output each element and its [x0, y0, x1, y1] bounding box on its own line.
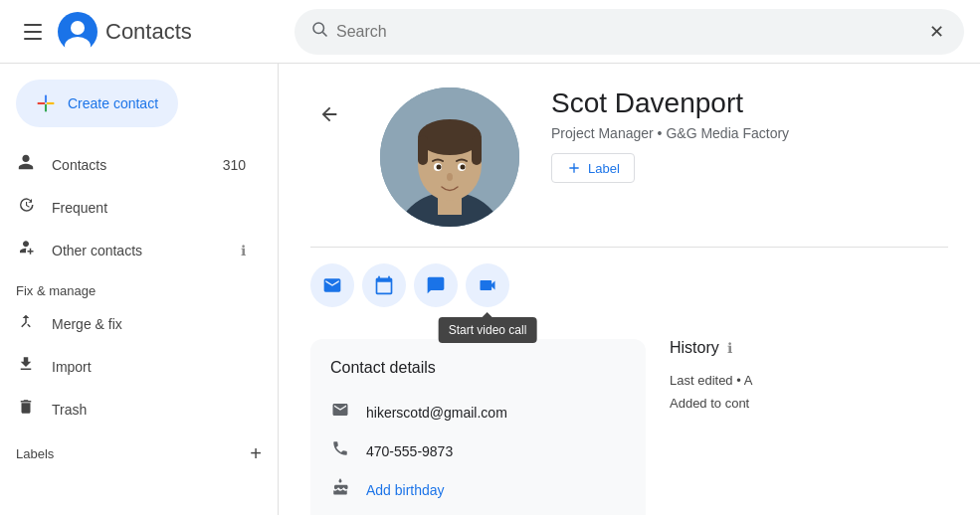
contact-detail-panel: Scot Davenport Project Manager • G&G Med…: [279, 64, 980, 515]
search-icon: [310, 20, 328, 43]
email-row: hikerscotd@gmail.com: [330, 393, 626, 431]
history-icon: [16, 196, 36, 219]
main-layout: Create contact Contacts 310 Frequent Oth…: [0, 64, 980, 515]
trash-icon: [16, 398, 36, 421]
added-label: Added to cont: [670, 396, 749, 411]
fix-manage-header: Fix & manage: [0, 271, 278, 302]
hamburger-icon: [24, 24, 42, 40]
plus-icon: [36, 93, 56, 113]
import-label: Import: [52, 359, 92, 375]
trash-label: Trash: [52, 402, 87, 418]
app-icon: [58, 12, 98, 52]
merge-icon: [16, 312, 36, 335]
other-contacts-label: Other contacts: [52, 243, 142, 258]
sidebar-item-other-contacts[interactable]: Other contacts ℹ: [0, 229, 262, 271]
svg-line-4: [322, 32, 326, 36]
contact-details-title: Contact details: [330, 359, 626, 377]
history-title: History: [670, 339, 719, 357]
email-value: hikerscotd@gmail.com: [366, 405, 507, 421]
contacts-count: 310: [223, 157, 246, 173]
contact-avatar-wrap: [380, 87, 519, 231]
history-panel: History ℹ Last edited • A Added to cont: [670, 339, 948, 515]
search-bar: ✕: [294, 9, 964, 55]
create-contact-label: Create contact: [68, 95, 158, 111]
svg-rect-16: [418, 135, 428, 165]
sidebar-item-contacts[interactable]: Contacts 310: [0, 143, 262, 186]
sidebar: Create contact Contacts 310 Frequent Oth…: [0, 64, 279, 515]
search-input[interactable]: [336, 23, 925, 41]
labels-section: Labels +: [0, 430, 278, 469]
sidebar-item-import[interactable]: Import: [0, 345, 262, 388]
action-icons-row: Start video call: [279, 248, 980, 323]
sidebar-item-trash[interactable]: Trash: [0, 388, 262, 430]
schedule-meeting-button[interactable]: [362, 263, 406, 307]
email-icon: [330, 401, 350, 424]
contact-details-card: Contact details hikerscotd@gmail.com 470…: [310, 339, 646, 515]
history-last-edited: Last edited • A: [670, 369, 948, 392]
svg-point-3: [313, 23, 324, 34]
create-contact-button[interactable]: Create contact: [16, 80, 178, 127]
person-add-icon: [16, 239, 36, 261]
frequent-label: Frequent: [52, 200, 107, 216]
contact-header: Scot Davenport Project Manager • G&G Med…: [279, 64, 980, 247]
history-header: History ℹ: [670, 339, 948, 357]
merge-label: Merge & fix: [52, 316, 122, 332]
import-icon: [16, 355, 36, 378]
hamburger-button[interactable]: [16, 16, 50, 48]
app-title: Contacts: [105, 19, 192, 45]
contact-info: Scot Davenport Project Manager • G&G Med…: [551, 87, 948, 183]
person-icon: [16, 153, 36, 176]
bottom-section: Contact details hikerscotd@gmail.com 470…: [279, 323, 980, 515]
send-email-button[interactable]: [310, 263, 354, 307]
contact-avatar: [380, 87, 519, 227]
contact-role: Project Manager • G&G Media Factory: [551, 125, 948, 141]
topbar-left: Contacts: [16, 12, 294, 52]
birthday-row: Add birthday: [330, 470, 626, 509]
svg-point-20: [437, 165, 442, 170]
sidebar-item-merge[interactable]: Merge & fix: [0, 302, 262, 345]
svg-point-21: [461, 165, 466, 170]
info-icon: ℹ: [241, 243, 246, 258]
back-button[interactable]: [310, 95, 348, 139]
birthday-icon: [330, 478, 350, 501]
svg-point-1: [71, 21, 85, 35]
phone-row: 470-555-9873: [330, 431, 626, 470]
add-label-button[interactable]: +: [250, 442, 262, 465]
contacts-label: Contacts: [52, 157, 106, 173]
send-message-button[interactable]: [414, 263, 458, 307]
contact-name: Scot Davenport: [551, 87, 948, 119]
label-btn-text: Label: [588, 161, 620, 176]
topbar: Contacts ✕: [0, 0, 980, 64]
start-video-call-button[interactable]: Start video call: [466, 263, 509, 307]
phone-icon: [330, 439, 350, 462]
last-edited-label: Last edited • A: [670, 373, 752, 388]
add-birthday-button[interactable]: Add birthday: [366, 482, 445, 498]
label-button[interactable]: Label: [551, 153, 635, 183]
history-info-icon: ℹ: [727, 340, 732, 356]
sidebar-item-frequent[interactable]: Frequent: [0, 186, 262, 229]
search-clear-button[interactable]: ✕: [925, 17, 948, 47]
labels-title: Labels: [16, 446, 54, 461]
svg-rect-17: [472, 135, 482, 165]
history-added: Added to cont: [670, 392, 948, 415]
phone-value: 470-555-9873: [366, 443, 453, 459]
svg-point-22: [447, 173, 453, 181]
